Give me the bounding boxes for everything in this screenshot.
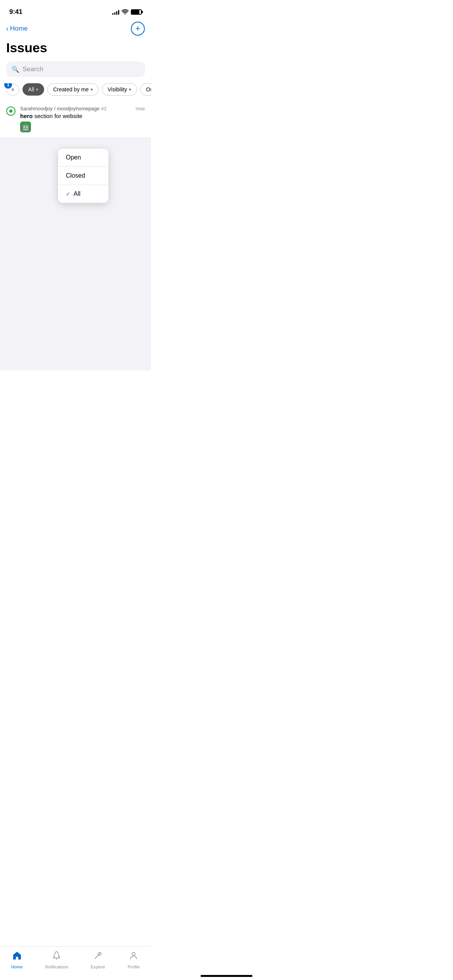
issue-repo: Sarahmoodjoy / moodjoyhomepage: [20, 106, 100, 111]
created-by-me-label: Created by me: [53, 86, 89, 93]
filter-row: ≡ 1 All ▾ Created by me ▾ Visibility ▾ O…: [0, 83, 151, 100]
nav-header: ‹ Home +: [0, 19, 151, 39]
status-bar: 9:41: [0, 0, 151, 19]
filter-badge: 1: [4, 83, 12, 89]
issue-meta: Sarahmoodjoy / moodjoyhomepage #2: [20, 106, 131, 111]
search-placeholder: Search: [22, 65, 43, 73]
avatar: 🤖: [20, 122, 31, 132]
table-row[interactable]: Sarahmoodjoy / moodjoyhomepage #2 hero s…: [0, 100, 151, 138]
issue-title-rest: section for website: [33, 113, 82, 119]
search-bar[interactable]: 🔍 Search: [6, 62, 145, 77]
dropdown-closed-label: Closed: [66, 172, 85, 179]
signal-icon: [112, 9, 119, 15]
dropdown-item-all[interactable]: ✓ All: [58, 185, 108, 203]
status-icons: [112, 9, 142, 15]
add-icon: +: [136, 24, 141, 34]
visibility-chevron-icon: ▾: [129, 87, 131, 92]
back-chevron-icon: ‹: [6, 25, 9, 33]
dropdown-open-label: Open: [66, 154, 81, 161]
filter-dropdown: Open Closed ✓ All: [58, 149, 108, 203]
visibility-label: Visibility: [108, 86, 127, 93]
back-button[interactable]: ‹ Home: [6, 25, 27, 33]
issue-status-open-icon: [6, 106, 15, 116]
dropdown-item-closed[interactable]: Closed: [58, 167, 108, 185]
issue-number: #2: [101, 106, 106, 111]
filter-lines-button[interactable]: ≡ 1: [6, 84, 19, 96]
filter-lines-icon: ≡: [11, 87, 14, 93]
search-icon: 🔍: [12, 66, 19, 73]
org-filter-button[interactable]: Org ▾: [140, 83, 151, 96]
battery-icon: [131, 9, 142, 15]
avatar-icon: 🤖: [21, 123, 30, 131]
dropdown-item-open[interactable]: Open: [58, 149, 108, 166]
search-container: 🔍 Search: [0, 62, 151, 83]
all-filter-button[interactable]: All ▾: [22, 83, 45, 96]
issue-title: hero section for website: [20, 113, 131, 119]
created-chevron-icon: ▾: [91, 87, 93, 92]
created-by-me-filter-button[interactable]: Created by me ▾: [47, 83, 99, 96]
all-filter-label: All: [28, 86, 34, 93]
dropdown-check-icon: ✓: [66, 191, 70, 197]
status-time: 9:41: [9, 8, 22, 16]
add-button[interactable]: +: [131, 22, 145, 36]
dropdown-all-label: All: [74, 190, 81, 197]
issue-content: Sarahmoodjoy / moodjoyhomepage #2 hero s…: [20, 106, 131, 132]
org-label: Org: [146, 86, 151, 93]
page-title: Issues: [0, 39, 151, 62]
all-chevron-icon: ▾: [36, 87, 38, 92]
visibility-filter-button[interactable]: Visibility ▾: [102, 83, 137, 96]
issue-list: Sarahmoodjoy / moodjoyhomepage #2 hero s…: [0, 100, 151, 138]
wifi-icon: [122, 9, 129, 15]
issue-title-bold: hero: [20, 113, 33, 119]
back-label: Home: [10, 25, 27, 33]
issue-time: now: [136, 106, 145, 111]
